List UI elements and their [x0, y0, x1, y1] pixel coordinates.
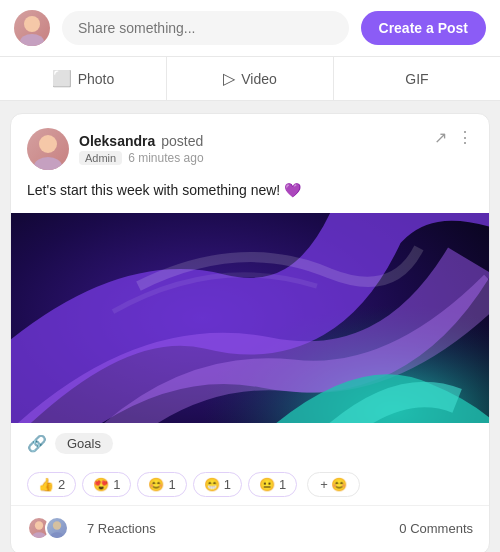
- svg-point-3: [34, 157, 62, 170]
- more-options-icon[interactable]: ⋮: [457, 128, 473, 147]
- reaction-neutral[interactable]: 😐 1: [248, 472, 297, 497]
- reaction-grin[interactable]: 😁 1: [193, 472, 242, 497]
- post-author-info: Oleksandra posted Admin 6 minutes ago: [27, 128, 204, 170]
- svg-point-7: [32, 532, 45, 538]
- time-ago: 6 minutes ago: [128, 151, 203, 165]
- svg-point-8: [53, 521, 61, 529]
- tab-video-label: Video: [241, 71, 277, 87]
- tag-icon: 🔗: [27, 434, 47, 453]
- post-header: Oleksandra posted Admin 6 minutes ago ↗ …: [11, 114, 489, 180]
- reaction-smile-count: 1: [168, 477, 175, 492]
- reaction-smile-emoji: 😊: [148, 477, 164, 492]
- reaction-heart-eyes-count: 1: [113, 477, 120, 492]
- author-avatar: [27, 128, 69, 170]
- share-icon[interactable]: ↗: [434, 128, 447, 147]
- footer-avatars: [27, 516, 69, 540]
- posted-text: posted: [161, 133, 203, 149]
- reaction-thumbsup-emoji: 👍: [38, 477, 54, 492]
- share-input[interactable]: [62, 11, 349, 45]
- comments-count: 0 Comments: [399, 521, 473, 536]
- tab-photo-label: Photo: [78, 71, 115, 87]
- post-actions: ↗ ⋮: [434, 128, 473, 147]
- svg-point-0: [24, 16, 40, 32]
- create-post-button[interactable]: Create a Post: [361, 11, 486, 45]
- post-card: Oleksandra posted Admin 6 minutes ago ↗ …: [10, 113, 490, 552]
- reaction-neutral-emoji: 😐: [259, 477, 275, 492]
- author-name: Oleksandra: [79, 133, 155, 149]
- post-image: [11, 213, 489, 423]
- reactions-row: 👍 2 😍 1 😊 1 😁 1 😐 1 + 😊: [11, 464, 489, 505]
- post-tags: 🔗 Goals: [11, 423, 489, 464]
- reaction-grin-count: 1: [224, 477, 231, 492]
- svg-point-9: [50, 532, 63, 538]
- reaction-smile[interactable]: 😊 1: [137, 472, 186, 497]
- tab-photo[interactable]: ⬜ Photo: [0, 57, 167, 100]
- reaction-heart-eyes-emoji: 😍: [93, 477, 109, 492]
- add-reaction-button[interactable]: + 😊: [307, 472, 360, 497]
- media-tabs: ⬜ Photo ▷ Video GIF: [0, 57, 500, 101]
- reactions-count: 7 Reactions: [87, 521, 156, 536]
- tab-video[interactable]: ▷ Video: [167, 57, 334, 100]
- post-footer: 7 Reactions 0 Comments: [11, 505, 489, 552]
- top-bar: Create a Post: [0, 0, 500, 57]
- svg-point-6: [35, 521, 43, 529]
- reaction-heart-eyes[interactable]: 😍 1: [82, 472, 131, 497]
- tab-gif-label: GIF: [405, 71, 428, 87]
- reaction-grin-emoji: 😁: [204, 477, 220, 492]
- user-avatar-small: [14, 10, 50, 46]
- reaction-neutral-count: 1: [279, 477, 286, 492]
- footer-avatar-2: [45, 516, 69, 540]
- post-tag[interactable]: Goals: [55, 433, 113, 454]
- reaction-thumbsup[interactable]: 👍 2: [27, 472, 76, 497]
- tab-gif[interactable]: GIF: [334, 57, 500, 100]
- post-text: Let's start this week with something new…: [11, 180, 489, 213]
- svg-point-2: [39, 135, 57, 153]
- footer-left: 7 Reactions: [27, 516, 156, 540]
- admin-badge: Admin: [79, 151, 122, 165]
- svg-point-1: [20, 34, 44, 46]
- author-meta: Oleksandra posted Admin 6 minutes ago: [79, 133, 204, 165]
- photo-icon: ⬜: [52, 69, 72, 88]
- add-reaction-label: + 😊: [320, 477, 347, 492]
- reaction-thumbsup-count: 2: [58, 477, 65, 492]
- video-icon: ▷: [223, 69, 235, 88]
